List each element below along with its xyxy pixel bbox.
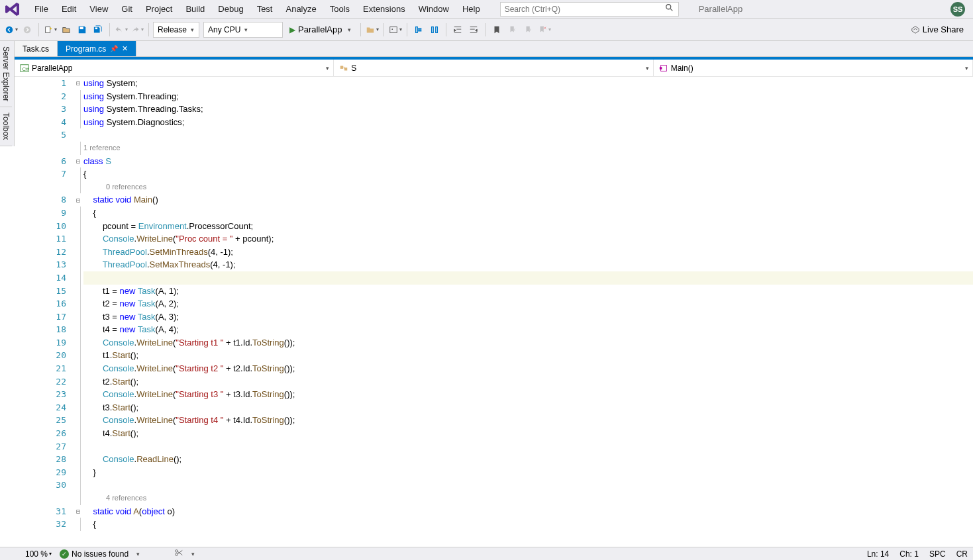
code-line[interactable]: Console.WriteLine("Starting t3 " + t3.Id…	[83, 388, 973, 401]
menu-view[interactable]: View	[83, 2, 115, 16]
code-line[interactable]: t4 = new Task(A, 4);	[83, 323, 973, 336]
line-number: 6	[15, 155, 66, 168]
menu-tools[interactable]: Tools	[323, 2, 356, 16]
prev-bookmark-button[interactable]	[505, 23, 520, 37]
uncomment-button[interactable]	[427, 23, 442, 37]
image-button[interactable]	[388, 23, 403, 37]
code-line[interactable]: Console.WriteLine("Proc count = " + pcou…	[83, 232, 973, 246]
close-icon[interactable]: ✕	[122, 44, 128, 53]
platform-dropdown[interactable]: Any CPU	[203, 22, 283, 38]
menu-debug[interactable]: Debug	[211, 2, 250, 16]
new-item-button[interactable]	[43, 23, 58, 37]
line-number: 28	[15, 453, 66, 466]
col-indicator[interactable]: Ch: 1	[899, 549, 919, 559]
menu-git[interactable]: Git	[115, 2, 139, 16]
code-line[interactable]: ThreadPool.SetMaxThreads(4, -1);	[83, 258, 973, 271]
line-number: 13	[15, 258, 66, 271]
run-button[interactable]: ▶ ParallelApp ▾	[284, 22, 356, 38]
svg-rect-6	[95, 27, 98, 29]
menu-build[interactable]: Build	[179, 2, 211, 16]
code-line[interactable]: t1.Start();	[83, 349, 973, 362]
fold-toggle[interactable]: ⊟	[73, 77, 83, 90]
code-line[interactable]: using System.Threading;	[83, 90, 973, 103]
code-line[interactable]: t4.Start();	[83, 427, 973, 440]
issues-status[interactable]: ✓ No issues found	[60, 549, 128, 559]
next-bookmark-button[interactable]	[521, 23, 536, 37]
codelens[interactable]: 0 references	[83, 181, 973, 194]
code-line[interactable]: }	[83, 466, 973, 479]
code-line[interactable]: t2 = new Task(A, 2);	[83, 297, 973, 310]
nav-member-dropdown[interactable]: Main()	[654, 60, 973, 76]
fold-toggle[interactable]: ⊟	[73, 193, 83, 207]
menu-analyze[interactable]: Analyze	[279, 2, 323, 16]
nav-back-button[interactable]	[4, 23, 19, 37]
eol-indicator[interactable]: CR	[956, 549, 968, 559]
code-line[interactable]: t3.Start();	[83, 401, 973, 414]
menu-extensions[interactable]: Extensions	[356, 2, 412, 16]
code-line[interactable]: {	[83, 207, 973, 220]
code-line[interactable]: class S	[83, 155, 973, 168]
save-all-button[interactable]	[91, 23, 105, 37]
menu-test[interactable]: Test	[250, 2, 280, 16]
clear-bookmarks-button[interactable]	[537, 23, 552, 37]
menu-help[interactable]: Help	[456, 2, 487, 16]
line-indicator[interactable]: Ln: 14	[867, 549, 889, 559]
code-line[interactable]: {	[83, 518, 973, 531]
code-line[interactable]: Console.WriteLine("Starting t4 " + t4.Id…	[83, 414, 973, 427]
user-avatar[interactable]: SS	[950, 2, 965, 17]
code-line[interactable]: ThreadPool.SetMinThreads(4, -1);	[83, 246, 973, 259]
code-line[interactable]	[83, 128, 973, 142]
live-share-button[interactable]: Live Share	[905, 24, 969, 34]
file-tab-task-cs[interactable]: Task.cs	[15, 41, 58, 56]
code-line[interactable]: using System;	[83, 77, 973, 90]
code-line[interactable]: Console.WriteLine("Starting t2 " + t2.Id…	[83, 362, 973, 375]
fold-column[interactable]: ⊟⊟⊟⊟	[73, 77, 83, 547]
side-tab-server-explorer[interactable]: Server Explorer	[0, 41, 12, 107]
menu-window[interactable]: Window	[412, 2, 456, 16]
code-line[interactable]: using System.Threading.Tasks;	[83, 103, 973, 116]
code-editor[interactable]: 12345 67 8910111213141516171819202122232…	[15, 77, 973, 547]
pin-icon[interactable]: 📌	[110, 45, 118, 52]
menu-project[interactable]: Project	[139, 2, 179, 16]
bookmark-button[interactable]	[489, 23, 504, 37]
fold-toggle[interactable]: ⊟	[73, 505, 83, 518]
indent-button[interactable]	[450, 23, 465, 37]
search-input[interactable]	[505, 5, 665, 14]
menu-file[interactable]: File	[28, 2, 55, 16]
nav-forward-button[interactable]	[20, 23, 34, 37]
codelens[interactable]: 4 references	[83, 492, 973, 505]
code-line[interactable]	[83, 271, 973, 285]
code-line[interactable]: {	[83, 167, 973, 181]
comment-button[interactable]	[411, 23, 426, 37]
config-dropdown[interactable]: Release	[153, 22, 199, 38]
side-tab-toolbox[interactable]: Toolbox	[0, 107, 12, 146]
code-line[interactable]: static void A(object o)	[83, 505, 973, 518]
outdent-button[interactable]	[466, 23, 481, 37]
nav-project-dropdown[interactable]: C# ParallelApp	[15, 60, 334, 76]
zoom-dropdown[interactable]: 100 %	[25, 549, 52, 559]
code-line[interactable]: static void Main()	[83, 193, 973, 207]
code-line[interactable]: Console.WriteLine("Starting t1 " + t1.Id…	[83, 336, 973, 350]
search-box[interactable]	[500, 2, 679, 17]
code-line[interactable]	[83, 479, 973, 492]
code-line[interactable]: pcount = Environment.ProcessorCount;	[83, 220, 973, 233]
code-area[interactable]: using System;using System.Threading;usin…	[83, 77, 973, 547]
code-line[interactable]: t1 = new Task(A, 1);	[83, 285, 973, 298]
menu-edit[interactable]: Edit	[55, 2, 83, 16]
scissors-icon[interactable]	[174, 548, 183, 559]
code-line[interactable]: t2.Start();	[83, 375, 973, 389]
indent-indicator[interactable]: SPC	[929, 549, 946, 559]
file-tab-program-cs[interactable]: Program.cs📌✕	[58, 41, 136, 56]
undo-button[interactable]	[114, 23, 128, 37]
codelens[interactable]: 1 reference	[83, 142, 973, 155]
open-button[interactable]	[59, 23, 74, 37]
save-button[interactable]	[75, 23, 89, 37]
code-line[interactable]: Console.ReadLine();	[83, 453, 973, 466]
fold-toggle[interactable]: ⊟	[73, 155, 83, 168]
code-line[interactable]: t3 = new Task(A, 3);	[83, 310, 973, 324]
browse-button[interactable]	[365, 23, 380, 37]
code-line[interactable]	[83, 440, 973, 453]
nav-type-dropdown[interactable]: S	[334, 60, 653, 76]
code-line[interactable]: using System.Diagnostics;	[83, 116, 973, 129]
redo-button[interactable]	[130, 23, 144, 37]
